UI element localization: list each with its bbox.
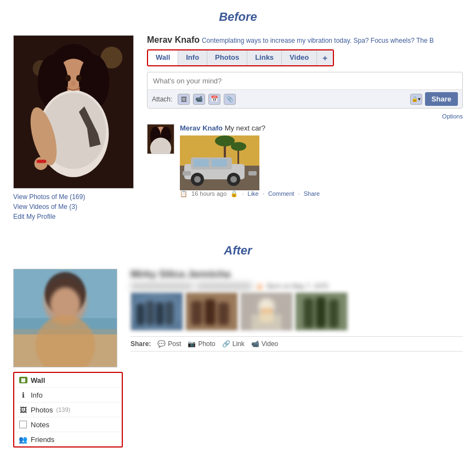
like-link[interactable]: Like bbox=[248, 190, 259, 197]
photo-strip bbox=[131, 292, 463, 331]
tab-wall[interactable]: Wall bbox=[148, 50, 178, 65]
tab-bar: Wall Info Photos Links Video + bbox=[148, 50, 333, 65]
profile-photo bbox=[13, 35, 134, 189]
options-link[interactable]: Options bbox=[147, 113, 463, 120]
profile-name-bar: Merav Knafo Contemplating ways to increa… bbox=[147, 35, 463, 45]
sidebar-item-friends[interactable]: 👥 Friends bbox=[14, 432, 122, 446]
svg-rect-61 bbox=[266, 308, 268, 313]
post-actions-right: 🔒▾ Share bbox=[410, 92, 458, 106]
profile-name: Merav Knafo bbox=[147, 35, 200, 44]
post-content: Merav Knafo My next car? bbox=[180, 124, 463, 197]
share-bar: Share: 💬 Post 📷 Photo 🔗 Link 📹 Video bbox=[131, 336, 463, 352]
share-button[interactable]: Share bbox=[425, 92, 458, 106]
svg-rect-48 bbox=[137, 304, 145, 325]
attach-video-btn[interactable]: 📹 bbox=[193, 94, 205, 105]
video-label: Video bbox=[262, 340, 278, 348]
svg-rect-54 bbox=[205, 299, 216, 325]
tab-plus[interactable]: + bbox=[317, 50, 333, 65]
share-link-btn[interactable]: 🔗 Link bbox=[222, 340, 245, 348]
video-icon: 📹 bbox=[251, 340, 259, 348]
relationship-partner: ████████████ bbox=[196, 282, 252, 290]
share-link[interactable]: Share bbox=[304, 190, 320, 197]
svg-rect-64 bbox=[304, 298, 314, 328]
attach-event-btn[interactable]: 📅 bbox=[208, 94, 220, 105]
share-photo-btn[interactable]: 📷 Photo bbox=[188, 340, 215, 348]
attach-link-btn[interactable]: 📎 bbox=[224, 94, 236, 105]
poster-name[interactable]: Merav Knafo bbox=[180, 124, 223, 132]
svg-point-16 bbox=[71, 81, 76, 87]
photo-thumb-4[interactable] bbox=[295, 292, 348, 331]
post-avatar bbox=[147, 124, 174, 154]
wall-icon: ▦ bbox=[19, 376, 27, 384]
after-right-panel: Mirky Silica Jennicha In a Relationship … bbox=[131, 269, 463, 448]
svg-point-12 bbox=[35, 157, 48, 170]
svg-rect-65 bbox=[316, 297, 326, 328]
car-image bbox=[180, 135, 259, 190]
view-photos-link[interactable]: View Photos of Me (169) bbox=[13, 193, 139, 201]
svg-rect-37 bbox=[248, 171, 257, 175]
notes-icon bbox=[19, 420, 27, 429]
profile-right-panel: Merav Knafo Contemplating ways to increa… bbox=[147, 35, 463, 223]
tab-bar-wrapper: Wall Info Photos Links Video + bbox=[147, 49, 334, 66]
tab-photos[interactable]: Photos bbox=[207, 50, 247, 65]
post-label: Post bbox=[168, 340, 181, 348]
share-video-btn[interactable]: 📹 Video bbox=[251, 340, 278, 348]
sidebar-nav: ▦ Wall ℹ Info 🖼 Photos (139) bbox=[14, 373, 122, 446]
photos-icon: 🖼 bbox=[19, 405, 27, 414]
after-title: After bbox=[0, 234, 476, 263]
sidebar-item-notes[interactable]: Notes bbox=[14, 417, 122, 432]
after-left-panel: ▦ Wall ℹ Info 🖼 Photos (139) bbox=[13, 269, 123, 448]
svg-point-15 bbox=[76, 75, 82, 82]
friends-icon: 👥 bbox=[19, 435, 27, 444]
sidebar-info-label: Info bbox=[31, 391, 43, 399]
photo-label: Photo bbox=[198, 340, 215, 348]
profile-links: View Photos of Me (169) View Videos of M… bbox=[13, 193, 139, 220]
svg-rect-45 bbox=[14, 269, 117, 367]
share-label: Share: bbox=[131, 340, 151, 348]
after-section: ▦ Wall ℹ Info 🖼 Photos (139) bbox=[8, 263, 468, 458]
svg-point-14 bbox=[65, 75, 71, 82]
post-meta: 📋 16 hours ago 🔒 · Like · Comment · Shar… bbox=[180, 190, 463, 197]
post-time: 16 hours ago bbox=[191, 190, 226, 197]
svg-rect-36 bbox=[183, 171, 191, 175]
privacy-lock-btn[interactable]: 🔒▾ bbox=[410, 94, 422, 105]
svg-rect-49 bbox=[146, 301, 154, 325]
svg-rect-31 bbox=[212, 159, 227, 167]
photos-count: (139) bbox=[56, 406, 70, 413]
relationship-status: In a Relationship with bbox=[131, 282, 193, 290]
tab-links[interactable]: Links bbox=[247, 50, 282, 65]
sidebar-item-photos[interactable]: 🖼 Photos (139) bbox=[14, 403, 122, 417]
profile-left-panel: View Photos of Me (169) View Videos of M… bbox=[13, 35, 139, 223]
photo-thumb-1[interactable] bbox=[131, 292, 183, 331]
born-date: Born on May 7, 1970 bbox=[267, 282, 328, 290]
svg-rect-62 bbox=[270, 308, 271, 313]
svg-rect-66 bbox=[329, 299, 339, 328]
edit-profile-link[interactable]: Edit My Profile bbox=[13, 213, 139, 220]
post-icon: 📋 bbox=[180, 190, 188, 197]
profile-status: Contemplating ways to increase my vibrat… bbox=[202, 37, 434, 44]
after-profile-status: In a Relationship with ████████████ 🎂 Bo… bbox=[131, 282, 463, 290]
post-text: Merav Knafo My next car? bbox=[180, 124, 463, 132]
view-videos-link[interactable]: View Videos of Me (3) bbox=[13, 203, 139, 211]
comment-link[interactable]: Comment bbox=[268, 190, 294, 197]
sidebar-item-wall[interactable]: ▦ Wall bbox=[14, 373, 122, 388]
sidebar-item-info[interactable]: ℹ Info bbox=[14, 388, 122, 403]
tab-info[interactable]: Info bbox=[178, 50, 207, 65]
post-input[interactable] bbox=[148, 72, 462, 89]
sidebar-photos-label: Photos bbox=[31, 406, 53, 414]
tab-video[interactable]: Video bbox=[282, 50, 317, 65]
post-message: My next car? bbox=[225, 124, 265, 132]
photo-thumb-3[interactable] bbox=[240, 292, 293, 331]
sidebar-wall-label: Wall bbox=[31, 376, 45, 384]
svg-rect-13 bbox=[37, 160, 47, 163]
svg-rect-60 bbox=[262, 308, 264, 313]
after-profile-photo bbox=[13, 269, 117, 367]
photo-thumb-2[interactable] bbox=[185, 292, 238, 331]
post-actions-bar: Attach: 🖼 📹 📅 📎 🔒▾ Share bbox=[148, 89, 462, 108]
post-box: Attach: 🖼 📹 📅 📎 🔒▾ Share bbox=[147, 72, 463, 109]
sidebar-notes-label: Notes bbox=[31, 421, 49, 429]
sidebar-nav-wrapper: ▦ Wall ℹ Info 🖼 Photos (139) bbox=[13, 372, 123, 448]
share-post-btn[interactable]: 💬 Post bbox=[157, 340, 181, 348]
attach-photo-btn[interactable]: 🖼 bbox=[178, 94, 190, 105]
sidebar-friends-label: Friends bbox=[31, 435, 54, 444]
